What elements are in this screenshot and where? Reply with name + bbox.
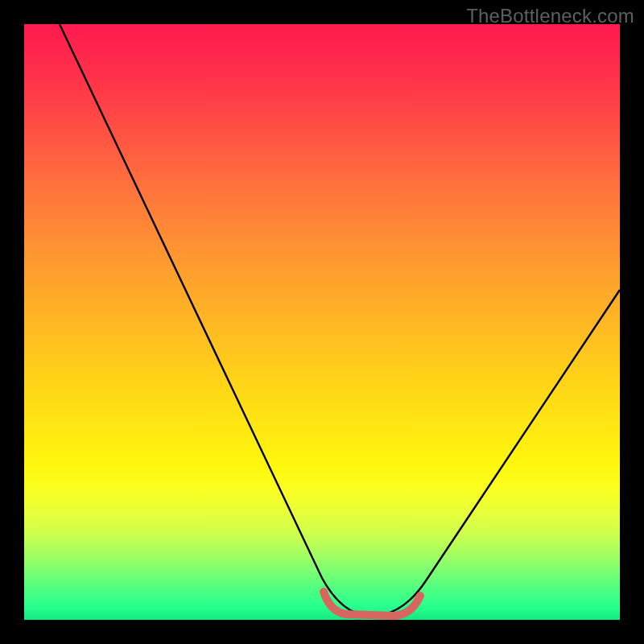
watermark-text: TheBottleneck.com bbox=[466, 5, 634, 27]
bottleneck-curve bbox=[60, 24, 620, 616]
plot-area bbox=[24, 24, 620, 620]
curve-layer bbox=[24, 24, 620, 620]
chart-stage: TheBottleneck.com bbox=[0, 0, 644, 644]
